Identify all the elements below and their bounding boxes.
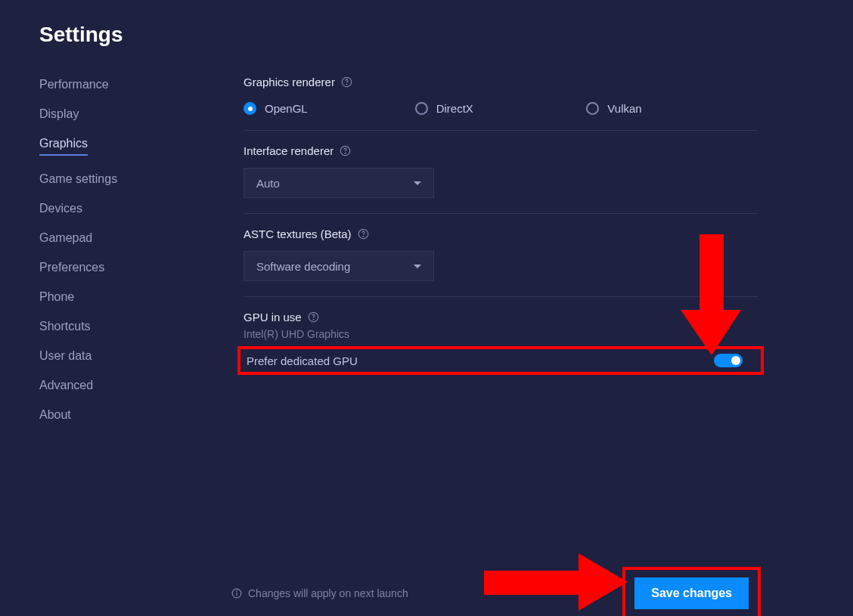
help-icon[interactable] bbox=[358, 228, 369, 240]
help-icon[interactable] bbox=[340, 145, 351, 156]
radio-directx[interactable]: DirectX bbox=[415, 102, 587, 115]
svg-point-1 bbox=[346, 84, 347, 85]
settings-sidebar: Performance Display Graphics Game settin… bbox=[39, 79, 191, 438]
save-changes-button[interactable]: Save changes bbox=[634, 577, 749, 609]
sidebar-item-about[interactable]: About bbox=[39, 409, 191, 421]
radio-label: Vulkan bbox=[607, 102, 641, 115]
sidebar-item-phone[interactable]: Phone bbox=[39, 291, 191, 303]
section-graphics-renderer: Graphics renderer OpenGL DirectX Vulkan bbox=[243, 76, 758, 131]
radio-icon bbox=[415, 102, 428, 115]
help-icon[interactable] bbox=[341, 76, 352, 88]
page-title: Settings bbox=[39, 23, 123, 47]
radio-opengl[interactable]: OpenGL bbox=[243, 102, 415, 115]
current-gpu-name: Intel(R) UHD Graphics bbox=[243, 328, 758, 340]
astc-textures-dropdown[interactable]: Software decoding bbox=[243, 251, 434, 281]
gpu-in-use-title: GPU in use bbox=[243, 311, 302, 323]
chevron-down-icon bbox=[414, 181, 421, 185]
apply-notice: Changes will apply on next launch bbox=[231, 587, 408, 599]
toggle-knob bbox=[731, 356, 740, 365]
dropdown-value: Software decoding bbox=[256, 260, 350, 273]
apply-notice-text: Changes will apply on next launch bbox=[248, 587, 408, 599]
footer-bar: Changes will apply on next launch Save c… bbox=[231, 567, 761, 616]
prefer-dedicated-gpu-label: Prefer dedicated GPU bbox=[247, 354, 358, 367]
section-gpu-in-use: GPU in use Intel(R) UHD Graphics Prefer … bbox=[243, 297, 758, 395]
svg-point-5 bbox=[363, 236, 364, 237]
astc-textures-title: ASTC textures (Beta) bbox=[243, 228, 352, 240]
sidebar-item-game-settings[interactable]: Game settings bbox=[39, 173, 191, 185]
sidebar-item-advanced[interactable]: Advanced bbox=[39, 379, 191, 392]
svg-point-10 bbox=[237, 591, 237, 592]
sidebar-item-shortcuts[interactable]: Shortcuts bbox=[39, 320, 191, 333]
graphics-renderer-title: Graphics renderer bbox=[243, 76, 335, 88]
prefer-dedicated-gpu-row: Prefer dedicated GPU bbox=[237, 346, 764, 375]
dropdown-value: Auto bbox=[256, 177, 280, 190]
radio-label: DirectX bbox=[436, 102, 473, 115]
settings-main: Graphics renderer OpenGL DirectX Vulkan … bbox=[243, 76, 758, 395]
interface-renderer-dropdown[interactable]: Auto bbox=[243, 168, 434, 198]
radio-icon bbox=[243, 102, 256, 115]
interface-renderer-title: Interface renderer bbox=[243, 144, 333, 157]
sidebar-item-gamepad[interactable]: Gamepad bbox=[39, 232, 191, 244]
sidebar-item-display[interactable]: Display bbox=[39, 108, 191, 120]
svg-point-3 bbox=[345, 153, 346, 153]
chevron-down-icon bbox=[414, 265, 421, 268]
save-highlight-box: Save changes bbox=[622, 567, 761, 616]
section-interface-renderer: Interface renderer Auto bbox=[243, 131, 758, 214]
svg-point-7 bbox=[313, 319, 314, 320]
prefer-dedicated-gpu-toggle[interactable] bbox=[714, 354, 743, 367]
sidebar-item-devices[interactable]: Devices bbox=[39, 203, 191, 215]
sidebar-item-graphics[interactable]: Graphics bbox=[39, 138, 191, 156]
section-astc-textures: ASTC textures (Beta) Software decoding bbox=[243, 214, 758, 297]
radio-vulkan[interactable]: Vulkan bbox=[586, 102, 758, 115]
sidebar-item-preferences[interactable]: Preferences bbox=[39, 262, 191, 274]
radio-label: OpenGL bbox=[265, 102, 308, 115]
radio-icon bbox=[586, 102, 599, 115]
help-icon[interactable] bbox=[308, 311, 319, 323]
sidebar-item-performance[interactable]: Performance bbox=[39, 79, 191, 91]
info-icon bbox=[231, 588, 242, 599]
sidebar-item-user-data[interactable]: User data bbox=[39, 350, 191, 362]
